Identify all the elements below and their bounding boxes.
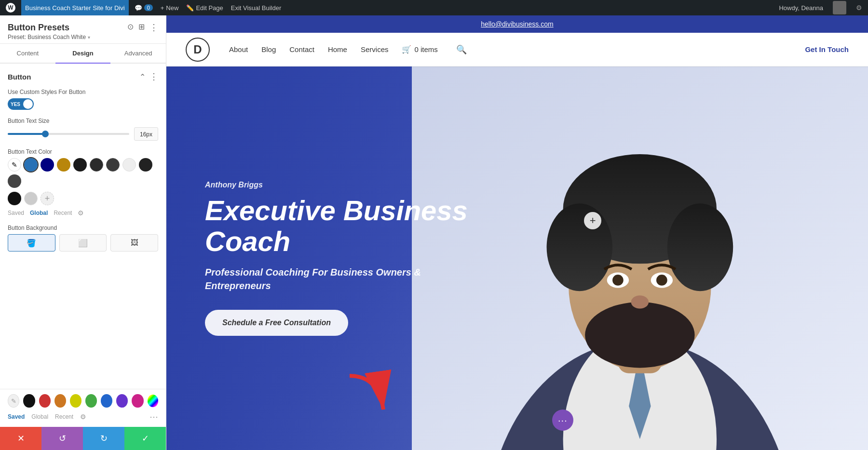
- bottom-saved-label: Saved: [8, 413, 25, 420]
- nav-cart[interactable]: 🛒 0 items: [402, 45, 437, 54]
- color-swatch-dark2[interactable]: [90, 158, 103, 172]
- palette-black[interactable]: [23, 394, 35, 408]
- slider-track[interactable]: [8, 133, 129, 135]
- email-bar: hello@divibusiness.com: [166, 15, 868, 33]
- comment-icon: 💬: [135, 4, 142, 12]
- button-background-field: Button Background 🪣 ⬜ 🖼: [8, 225, 158, 251]
- bg-gradient-option[interactable]: ⬜: [59, 234, 107, 251]
- color-picker-pencil[interactable]: ✎: [8, 158, 21, 172]
- color-swatch-dark4[interactable]: [139, 158, 152, 172]
- hero-content: Anthony Briggs Executive Business Coach …: [205, 181, 485, 336]
- color-swatch-gray[interactable]: [24, 192, 38, 205]
- hero-subtitle: Professional Coaching For Business Owner…: [205, 265, 485, 292]
- search-icon[interactable]: 🔍: [456, 44, 467, 55]
- slider-row: 16px: [8, 127, 158, 141]
- bottom-palette: ✎ Saved Global Recent ⚙ ⋯: [0, 389, 166, 427]
- color-swatch-light[interactable]: [122, 158, 136, 172]
- panel-tabs: Content Design Advanced: [0, 44, 166, 64]
- grid-icon[interactable]: ⊞: [138, 22, 145, 33]
- slider-thumb[interactable]: [42, 131, 49, 137]
- panel-title: Button Presets: [8, 23, 69, 33]
- palette-red[interactable]: [39, 394, 51, 408]
- website-preview: hello@divibusiness.com D About Blog Cont…: [166, 15, 868, 450]
- palette-pink[interactable]: [132, 394, 143, 408]
- saved-label: Saved: [8, 210, 24, 216]
- palette-green[interactable]: [85, 394, 97, 408]
- palette-yellow[interactable]: [70, 394, 81, 408]
- cancel-button[interactable]: ✕: [0, 427, 41, 450]
- palette-rainbow[interactable]: [148, 395, 158, 407]
- section-options-button[interactable]: ···: [552, 410, 573, 431]
- nav-item-contact[interactable]: Contact: [289, 45, 314, 53]
- exit-builder-link[interactable]: Exit Visual Builder: [231, 4, 282, 12]
- global-label[interactable]: Global: [30, 210, 48, 216]
- admin-bar-settings-icon[interactable]: ⚙: [856, 4, 862, 12]
- color-swatch-dark3[interactable]: [106, 158, 120, 172]
- button-text-size-field: Button Text Size 16px: [8, 118, 158, 141]
- left-panel: Button Presets ⊙ ⊞ ⋮ Preset: Business Co…: [0, 15, 166, 450]
- save-button[interactable]: ✓: [124, 427, 166, 450]
- redo-button[interactable]: ↻: [83, 427, 124, 450]
- nav-item-about[interactable]: About: [229, 45, 248, 53]
- bottom-settings-icon[interactable]: ⚙: [80, 413, 86, 421]
- color-settings-icon[interactable]: ⚙: [78, 209, 84, 217]
- nav-item-blog[interactable]: Blog: [261, 45, 276, 53]
- slider-value[interactable]: 16px: [134, 127, 158, 141]
- palette-pencil-icon[interactable]: ✎: [8, 394, 19, 408]
- panel-content: Button ⌃ ⋮ Use Custom Styles For Button …: [0, 64, 166, 389]
- action-bar: ✕ ↺ ↻ ✓: [0, 427, 166, 450]
- saved-global-row: Saved Global Recent ⚙: [8, 209, 158, 217]
- palette-purple[interactable]: [116, 394, 128, 408]
- color-swatch-black[interactable]: [8, 192, 21, 205]
- plus-new-icon: +: [161, 4, 164, 12]
- bg-flat-option[interactable]: 🪣: [8, 234, 55, 251]
- comments-link[interactable]: 💬 0: [135, 4, 153, 12]
- palette-orange[interactable]: [54, 394, 66, 408]
- color-swatch-dark5[interactable]: [8, 174, 21, 188]
- custom-styles-toggle[interactable]: YES: [8, 98, 34, 110]
- add-color-button[interactable]: +: [41, 192, 54, 205]
- site-logo[interactable]: D: [186, 38, 210, 62]
- svg-point-7: [547, 203, 612, 291]
- toggle-knob: [23, 99, 33, 109]
- new-post-link[interactable]: + New: [161, 4, 179, 12]
- admin-actions: 💬 0 + New ✏️ Edit Page Exit Visual Build…: [135, 4, 282, 12]
- tab-design[interactable]: Design: [55, 44, 111, 64]
- user-avatar[interactable]: [833, 1, 846, 14]
- section-more-button[interactable]: ⋮: [149, 71, 158, 82]
- section-controls: ⌃ ⋮: [139, 71, 158, 82]
- slider-fill: [8, 133, 44, 135]
- hero-cta-button[interactable]: Schedule a Free Consultation: [205, 310, 348, 336]
- collapse-button[interactable]: ⌃: [139, 72, 146, 81]
- email-link[interactable]: hello@divibusiness.com: [481, 20, 553, 28]
- bg-image-option[interactable]: 🖼: [110, 234, 158, 251]
- edit-page-link[interactable]: ✏️ Edit Page: [186, 4, 223, 12]
- palette-blue[interactable]: [101, 394, 112, 408]
- bottom-saved-row: Saved Global Recent ⚙ ⋯: [8, 411, 158, 422]
- custom-styles-label: Use Custom Styles For Button: [8, 89, 158, 95]
- color-swatch-navy[interactable]: [41, 158, 54, 172]
- wp-logo-icon[interactable]: W: [6, 3, 15, 13]
- hero-person-name: Anthony Briggs: [205, 181, 485, 189]
- bottom-global-label[interactable]: Global: [31, 413, 48, 420]
- palette-more-icon[interactable]: ⋯: [149, 411, 158, 422]
- svg-point-8: [667, 203, 733, 291]
- search-icon[interactable]: ⊙: [127, 22, 134, 33]
- undo-button[interactable]: ↺: [41, 427, 83, 450]
- panel-more-icon[interactable]: ⋮: [149, 22, 158, 33]
- tab-advanced[interactable]: Advanced: [110, 44, 166, 64]
- color-swatch-dark1[interactable]: [73, 158, 87, 172]
- svg-point-12: [612, 275, 624, 286]
- button-text-size-label: Button Text Size: [8, 118, 158, 124]
- svg-point-9: [585, 302, 694, 368]
- color-swatch-blue[interactable]: [24, 158, 38, 172]
- howdy-label: Howdy, Deanna: [779, 4, 823, 12]
- section-title-button: Button: [8, 73, 31, 81]
- color-swatch-gold[interactable]: [57, 158, 70, 172]
- site-name[interactable]: Business Coach Starter Site for Divi: [21, 0, 129, 15]
- nav-item-home[interactable]: Home: [328, 45, 347, 53]
- nav-item-services[interactable]: Services: [361, 45, 389, 53]
- tab-content[interactable]: Content: [0, 44, 55, 64]
- panel-header: Button Presets ⊙ ⊞ ⋮ Preset: Business Co…: [0, 15, 166, 44]
- nav-cta-button[interactable]: Get In Touch: [805, 45, 849, 53]
